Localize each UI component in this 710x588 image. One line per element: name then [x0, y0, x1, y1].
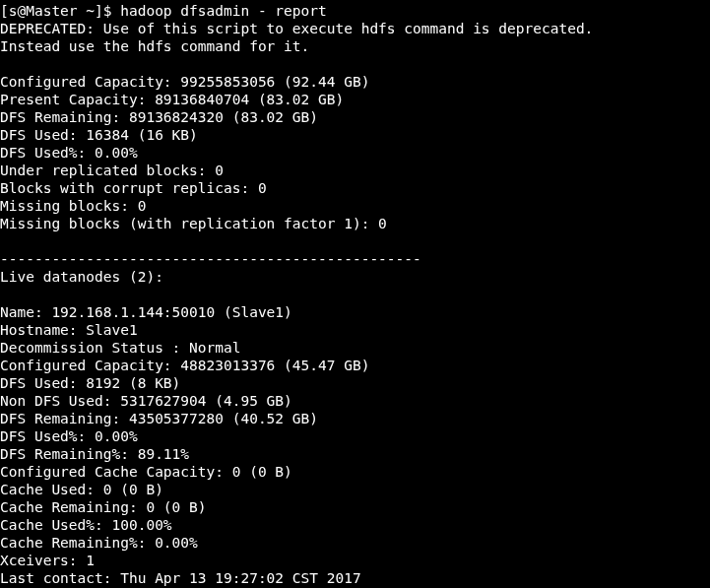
- command-text: hadoop dfsadmin - report: [120, 3, 327, 19]
- output-body: DEPRECATED: Use of this script to execut…: [0, 21, 593, 586]
- shell-prompt: [s@Master ~]$: [0, 3, 120, 19]
- terminal-output: [s@Master ~]$ hadoop dfsadmin - report D…: [0, 0, 710, 587]
